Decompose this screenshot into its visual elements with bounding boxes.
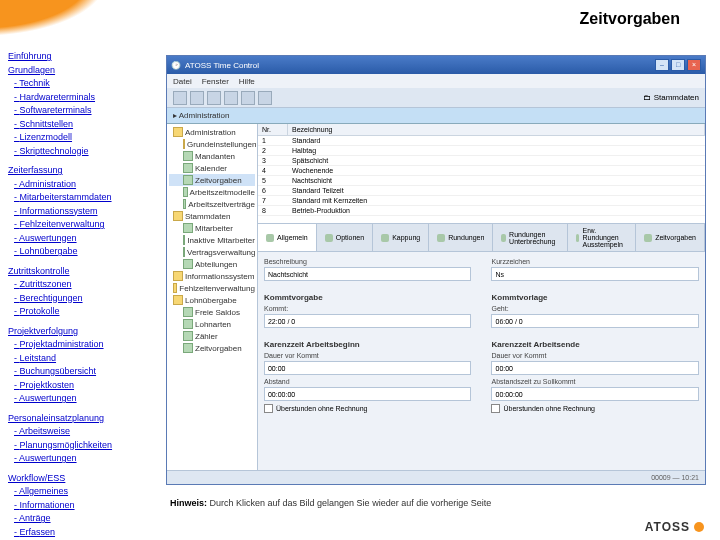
list-row[interactable]: 4Wochenende [258,166,705,176]
menu-help[interactable]: Hilfe [239,77,255,86]
tree-item[interactable]: Abteilungen [169,258,255,270]
nav-item[interactable]: Lizenzmodell [8,131,158,145]
tree-item[interactable]: Kalender [169,162,255,174]
nav-item[interactable]: Allgemeines [8,485,158,499]
tree-item[interactable]: Grundeinstellungen [169,138,255,150]
tree-item[interactable]: Arbeitszeitverträge [169,198,255,210]
tree-item[interactable]: Zeitvorgaben [169,342,255,354]
nav-section-head[interactable]: Zutrittskontrolle [8,265,158,279]
dnk-input2[interactable] [491,361,699,375]
toolbar-icon[interactable] [258,91,272,105]
nav-item[interactable]: Fehlzeitenverwaltung [8,218,158,232]
close-button[interactable]: × [687,59,701,71]
nav-item[interactable]: Softwareterminals [8,104,158,118]
tab[interactable]: Rundungen [429,224,493,251]
nav-item[interactable]: Buchungsübersicht [8,365,158,379]
cell-nr: 5 [258,176,288,185]
nav-section-head[interactable]: Zeiterfassung [8,164,158,178]
folder-icon [173,283,177,293]
toolbar-icon[interactable] [241,91,255,105]
nav-section-head[interactable]: Grundlagen [8,64,158,78]
tree-item[interactable]: Informationssystem [169,270,255,282]
kurz-input[interactable] [491,267,699,281]
tab[interactable]: Optionen [317,224,373,251]
nav-item[interactable]: Informationssystem [8,205,158,219]
abst-input2[interactable] [491,387,699,401]
list-row[interactable]: 3Spätschicht [258,156,705,166]
kb-input[interactable] [264,314,472,328]
ke-input[interactable] [491,314,699,328]
tree-item[interactable]: Arbeitszeitmodelle [169,186,255,198]
nav-item[interactable]: Erfassen [8,526,158,540]
list-row[interactable]: 7Standard mit Kernzeiten [258,196,705,206]
list-row[interactable]: 8Betrieb-Produktion [258,206,705,216]
nav-section-head[interactable]: Personaleinsatzplanung [8,412,158,426]
nav-item[interactable]: Administration [8,178,158,192]
tree-item[interactable]: Mandanten [169,150,255,162]
tree-item[interactable]: Zeitvorgaben [169,174,255,186]
nav-item[interactable]: Leitstand [8,352,158,366]
col-nr[interactable]: Nr. [258,124,288,135]
nav-item[interactable]: Berechtigungen [8,292,158,306]
tab[interactable]: Rundungen Unterbrechung [493,224,567,251]
list-panel[interactable]: Nr. Bezeichnung 1Standard2Halbtag3Spätsc… [258,124,705,224]
maximize-button[interactable]: □ [671,59,685,71]
nav-item[interactable]: Skripttechnologie [8,145,158,159]
tab[interactable]: Erw. Rundungen Ausstempeln [568,224,636,251]
tab[interactable]: Zeitvorgaben [636,224,705,251]
nav-item[interactable]: Anträge [8,512,158,526]
list-row[interactable]: 2Halbtag [258,146,705,156]
nav-item[interactable]: Auswertungen [8,452,158,466]
nav-item[interactable]: Projektkosten [8,379,158,393]
nav-section-head[interactable]: Projektverfolgung [8,325,158,339]
cell-nr: 7 [258,196,288,205]
nav-item[interactable]: Zutrittszonen [8,278,158,292]
list-row[interactable]: 5Nachtschicht [258,176,705,186]
toolbar-icon[interactable] [190,91,204,105]
tree-label: Lohnarten [195,320,231,329]
toolbar-icon[interactable] [173,91,187,105]
toolbar-stammdaten[interactable]: 🗀 Stammdaten [643,93,699,102]
abst-input[interactable] [264,387,472,401]
tree-item[interactable]: Stammdaten [169,210,255,222]
tree-item[interactable]: Lohnübergabe [169,294,255,306]
nav-item[interactable]: Technik [8,77,158,91]
tree-item[interactable]: Vertragsverwaltung [169,246,255,258]
tree-item[interactable]: Inaktive Mitarbeiter [169,234,255,246]
checkbox[interactable] [264,404,273,413]
tree-item[interactable]: Lohnarten [169,318,255,330]
tree-panel[interactable]: AdministrationGrundeinstellungenMandante… [167,124,258,470]
tree-label: Mandanten [195,152,235,161]
tree-item[interactable]: Fehlzeitenverwaltung [169,282,255,294]
tree-item[interactable]: Zähler [169,330,255,342]
list-row[interactable]: 6Standard Teilzeit [258,186,705,196]
nav-item[interactable]: Auswertungen [8,232,158,246]
col-name[interactable]: Bezeichnung [288,124,705,135]
nav-item[interactable]: Lohnübergabe [8,245,158,259]
tree-item[interactable]: Mitarbeiter [169,222,255,234]
list-row[interactable]: 1Standard [258,136,705,146]
nav-item[interactable]: Projektadministration [8,338,158,352]
minimize-button[interactable]: – [655,59,669,71]
nav-section-head[interactable]: Workflow/ESS [8,472,158,486]
toolbar-icon[interactable] [224,91,238,105]
dnk-input[interactable] [264,361,472,375]
nav-item[interactable]: Mitarbeiterstammdaten [8,191,158,205]
nav-item[interactable]: Arbeitsweise [8,425,158,439]
nav-item[interactable]: Schnittstellen [8,118,158,132]
menu-window[interactable]: Fenster [202,77,229,86]
tab[interactable]: Allgemein [258,224,317,251]
desc-input[interactable] [264,267,472,281]
nav-item[interactable]: Planungsmöglichkeiten [8,439,158,453]
menu-file[interactable]: Datei [173,77,192,86]
nav-item[interactable]: Auswertungen [8,392,158,406]
nav-item[interactable]: Informationen [8,499,158,513]
tree-item[interactable]: Administration [169,126,255,138]
nav-item[interactable]: Hardwareterminals [8,91,158,105]
tree-item[interactable]: Freie Saldos [169,306,255,318]
nav-intro[interactable]: Einführung [8,50,158,64]
nav-item[interactable]: Protokolle [8,305,158,319]
checkbox[interactable] [491,404,500,413]
toolbar-icon[interactable] [207,91,221,105]
tab[interactable]: Kappung [373,224,429,251]
